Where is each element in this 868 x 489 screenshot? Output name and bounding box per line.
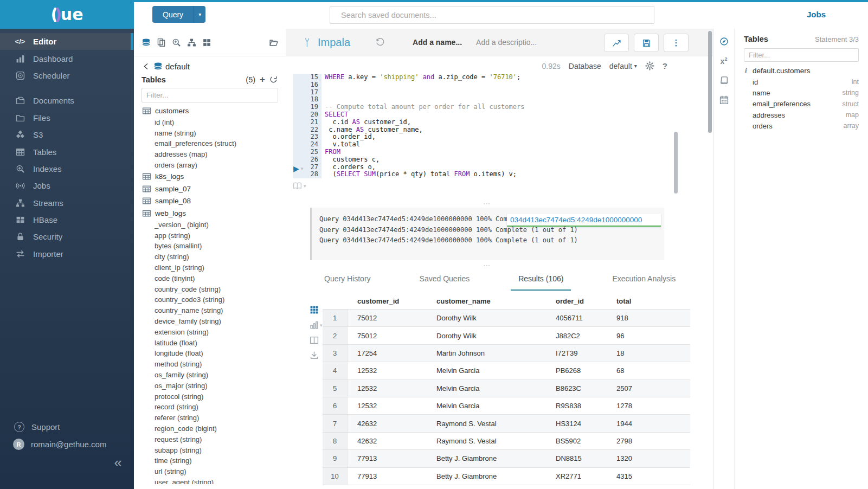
column-item[interactable]: email_preferences (struct) [134, 138, 286, 149]
execute-options-caret[interactable]: ▾ [301, 166, 304, 171]
execute-query-button[interactable]: ▶ ▾ [293, 165, 303, 172]
sidebar-item-dashboard[interactable]: Dashboard [0, 50, 134, 67]
schema-column-row[interactable]: ordersarray [753, 120, 859, 131]
tab-saved-queries[interactable]: Saved Queries [412, 273, 478, 291]
tab-query-history[interactable]: Query History [317, 273, 378, 291]
right-filter-input[interactable] [744, 48, 859, 62]
column-item[interactable]: os_major (string) [134, 380, 286, 391]
column-item[interactable]: longitude (float) [134, 348, 286, 359]
query-id-popup[interactable]: 034d413ec7474ed5:4249de1000000000 [507, 214, 661, 227]
chevron-left-icon[interactable] [142, 62, 151, 71]
column-item[interactable]: request (string) [134, 434, 286, 445]
sidebar-item-importer[interactable]: Importer [0, 246, 134, 262]
sidebar-item-files[interactable]: Files [0, 110, 134, 126]
schema-column-row[interactable]: namestring [753, 87, 859, 98]
table-row[interactable]: 612532Melvin GarciaR9S8381278 [323, 397, 690, 414]
column-item[interactable]: country_code (string) [134, 284, 286, 294]
table-item[interactable]: customers [134, 105, 286, 117]
sql-code-editor[interactable]: 15WHERE a.key = 'shipping' and a.zip_cod… [286, 74, 698, 178]
active-table-name[interactable]: default.customers [753, 67, 811, 75]
column-item[interactable]: orders (array) [134, 160, 286, 171]
column-item[interactable]: id (int) [134, 117, 286, 128]
sidebar-item-hbase[interactable]: HBase [0, 211, 134, 228]
column-header[interactable]: customer_id [348, 297, 427, 305]
column-item[interactable]: latitude (float) [134, 337, 286, 348]
column-item[interactable]: client_ip (string) [134, 262, 286, 273]
info-icon[interactable]: i [744, 66, 748, 75]
table-row[interactable]: 977913Betty J. GiambroneDN88151320 [323, 449, 690, 467]
add-table-icon[interactable]: + [260, 75, 265, 84]
column-item[interactable]: extension (string) [134, 326, 286, 337]
query-dropdown-caret[interactable]: ▾ [194, 6, 205, 23]
column-header[interactable]: order_id [546, 297, 607, 305]
table-row[interactable]: 1077913Betty J. GiambroneXR27714315 [323, 467, 690, 485]
column-item[interactable]: region_code (bigint) [134, 423, 286, 434]
schema-column-row[interactable]: idint [753, 76, 859, 87]
jobs-link[interactable]: Jobs [807, 10, 830, 19]
column-item[interactable]: user_agent (string) [134, 477, 286, 484]
gear-icon[interactable] [645, 61, 654, 70]
columns-view-icon[interactable] [310, 336, 323, 345]
column-item[interactable]: subapp (string) [134, 445, 286, 455]
column-item[interactable]: name (string) [134, 127, 286, 138]
column-item[interactable]: _version_ (bigint) [134, 219, 286, 230]
table-row[interactable]: 317254Martin JohnsonI72T3918 [323, 344, 690, 362]
query-history-icon[interactable] [375, 38, 384, 47]
chart-view-icon[interactable]: ▾ [310, 320, 323, 330]
table-row[interactable]: 175012Dorothy Wilk4056711918 [323, 309, 690, 326]
presentation-mode-button[interactable]: ▾ [293, 181, 306, 190]
sidebar-item-support[interactable]: ? Support [14, 422, 60, 432]
table-row[interactable]: 742632Raymond S. VestalHS31241944 [323, 414, 690, 432]
sidebar-item-editor[interactable]: </>Editor [0, 33, 134, 50]
schema-column-row[interactable]: email_preferencesstruct [753, 99, 859, 110]
functions-icon[interactable]: x2 [721, 56, 728, 66]
more-actions-button[interactable]: ⋮ [664, 34, 689, 52]
download-icon[interactable] [310, 351, 323, 360]
table-row[interactable]: 275012Dorothy WilkJ882C296 [323, 326, 690, 344]
sidebar-item-user[interactable]: R romain@gethue.com [13, 439, 106, 450]
sidebar-collapse-button[interactable]: « [114, 455, 122, 469]
new-query-button[interactable]: Query ▾ [152, 6, 205, 23]
tab-results-106[interactable]: Results (106) [511, 273, 571, 291]
column-item[interactable]: app (string) [134, 230, 286, 241]
column-item[interactable]: code (tinyint) [134, 273, 286, 284]
column-item[interactable]: city (string) [134, 252, 286, 262]
table-filter-input[interactable] [142, 88, 278, 102]
column-item[interactable]: time (string) [134, 455, 286, 466]
search-input[interactable] [340, 10, 654, 20]
sitemap-icon[interactable] [187, 38, 196, 47]
assistant-compass-icon[interactable] [719, 37, 729, 46]
folder-open-icon[interactable] [269, 38, 278, 47]
hue-logo[interactable]: ()ue [0, 0, 134, 29]
log-resize-handle[interactable]: ⋯ [310, 202, 664, 205]
table-row[interactable]: 412532Melvin GarciaPB626868 [323, 362, 690, 379]
table-row[interactable]: 842632Raymond S. VestalBS59022798 [323, 432, 690, 449]
column-item[interactable]: protocol (string) [134, 391, 286, 402]
column-item[interactable]: country_name (string) [134, 305, 286, 316]
column-item[interactable]: method (string) [134, 359, 286, 370]
chart-button[interactable] [604, 34, 629, 52]
column-header[interactable]: customer_name [427, 297, 546, 305]
column-item[interactable]: bytes (smallint) [134, 241, 286, 252]
editor-scrollbar[interactable] [674, 132, 678, 194]
databases-icon[interactable] [142, 38, 151, 47]
database-select[interactable]: default ▾ [609, 62, 637, 70]
sidebar-item-tables[interactable]: Tables [0, 143, 134, 160]
column-item[interactable]: device_family (string) [134, 316, 286, 327]
column-header[interactable]: total [607, 297, 653, 305]
results-resize-handle[interactable]: ⋯ [310, 264, 664, 267]
save-button[interactable] [634, 34, 659, 52]
sidebar-item-jobs[interactable]: Jobs [0, 177, 134, 194]
column-item[interactable]: addresses (map) [134, 149, 286, 160]
table-item[interactable]: sample_07 [134, 183, 286, 195]
sidebar-item-documents[interactable]: Documents [0, 92, 134, 109]
breadcrumb-database-name[interactable]: default [165, 62, 190, 71]
apps-icon[interactable] [202, 38, 211, 47]
schema-column-row[interactable]: addressesmap [753, 110, 859, 120]
column-item[interactable]: record (string) [134, 402, 286, 413]
column-item[interactable]: referer (string) [134, 413, 286, 423]
table-item[interactable]: web_logs [134, 207, 286, 220]
sidebar-item-s3[interactable]: S3 [0, 126, 134, 143]
query-description-field[interactable]: Add a descriptio... [476, 38, 537, 47]
column-item[interactable]: country_code3 (string) [134, 294, 286, 305]
